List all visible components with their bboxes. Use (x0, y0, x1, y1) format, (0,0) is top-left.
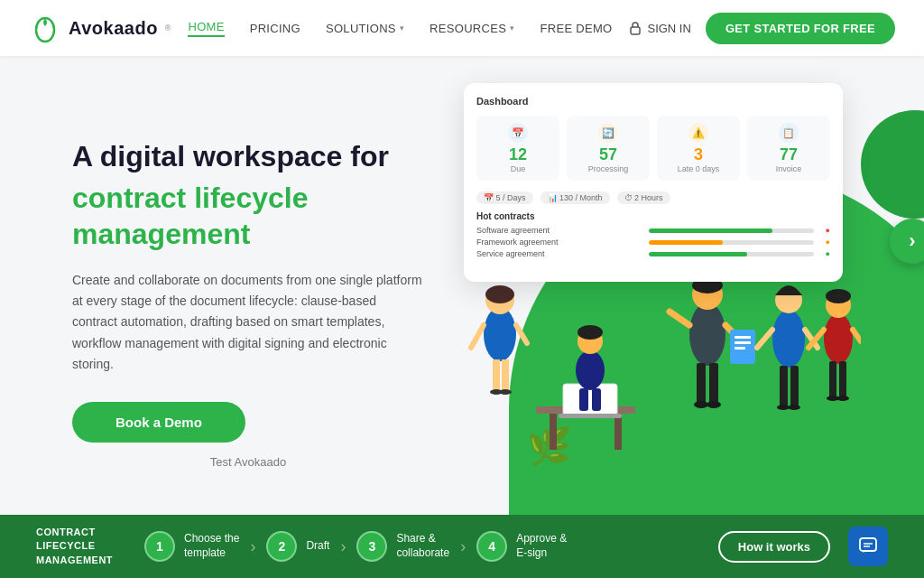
step-4: 4 Approve &E-sign (476, 531, 567, 562)
how-it-works-button[interactable]: How it works (718, 531, 830, 563)
svg-rect-20 (592, 388, 601, 411)
dashboard-title: Dashboard (476, 96, 830, 107)
svg-point-16 (576, 350, 605, 390)
tag-month: 📊 130 / Month (541, 191, 610, 204)
svg-rect-25 (709, 363, 718, 404)
logo[interactable]: Avokaado ® (29, 12, 171, 44)
step-2-text: Draft (306, 539, 329, 554)
book-demo-button[interactable]: Book a Demo (72, 402, 245, 443)
stat-due: 📅 12 Due (476, 116, 559, 181)
svg-rect-5 (493, 359, 500, 391)
step-4-text: Approve &E-sign (516, 532, 567, 560)
svg-point-4 (485, 285, 514, 303)
nav-actions: SIGN IN GET STARTED FOR FREE (629, 13, 895, 44)
contract-row-2: Framework agreement ● (476, 238, 830, 247)
svg-point-42 (824, 313, 853, 364)
svg-point-21 (689, 303, 725, 366)
svg-rect-36 (780, 366, 788, 406)
solutions-chevron: ▾ (400, 23, 404, 33)
get-started-button[interactable]: GET STARTED FOR FREE (706, 13, 895, 44)
nav-solutions[interactable]: SOLUTIONS ▾ (326, 22, 404, 35)
svg-rect-31 (735, 336, 751, 339)
people-svg (437, 244, 861, 515)
chat-button[interactable] (848, 527, 888, 566)
svg-rect-37 (790, 366, 799, 406)
svg-rect-45 (829, 361, 836, 397)
stat-invoice: 📋 77 Invoice (747, 116, 830, 181)
step-3-circle: 3 (356, 531, 387, 562)
svg-line-40 (757, 330, 772, 348)
svg-rect-13 (614, 414, 622, 450)
step-3: 3 Share &collaborate (356, 531, 449, 562)
brand-trademark: ® (165, 23, 171, 33)
tag-hours: ⏱ 2 Hours (617, 191, 670, 204)
svg-point-38 (777, 405, 790, 410)
svg-line-9 (471, 325, 484, 348)
hero-title-line2: contract lifecycle management (72, 180, 424, 252)
step-3-text: Share &collaborate (396, 532, 449, 560)
svg-rect-19 (579, 388, 588, 411)
logo-icon (29, 12, 61, 44)
step-arrow-3: › (460, 537, 466, 556)
svg-rect-15 (559, 414, 622, 418)
step-1: 1 Choose thetemplate (144, 531, 239, 562)
step-2-circle: 2 (266, 531, 297, 562)
sign-in-button[interactable]: SIGN IN (629, 21, 690, 35)
stat-invoice-num: 77 (780, 145, 798, 164)
hero-description: Create and collaborate on documents from… (72, 270, 424, 374)
stat-processing-num: 57 (599, 145, 617, 164)
nav-resources[interactable]: RESOURCES ▾ (430, 22, 514, 35)
contract-row-1: Software agreement ● (476, 226, 830, 235)
svg-point-27 (707, 401, 721, 408)
navbar: Avokaado ® HOME PRICING SOLUTIONS ▾ RESO… (0, 0, 924, 56)
blob-small (861, 110, 924, 219)
hero-title-line1: A digital workspace for (72, 138, 424, 174)
hero-left: A digital workspace for contract lifecyc… (72, 138, 424, 468)
step-2: 2 Draft (266, 531, 329, 562)
svg-line-50 (853, 330, 861, 341)
time-tags: 📅 5 / Days 📊 130 / Month ⏱ 2 Hours (476, 191, 830, 204)
chat-icon (858, 536, 878, 556)
brand-name: Avokaado (69, 18, 158, 39)
nav-free-demo[interactable]: FREE DEMO (540, 22, 612, 35)
lock-icon (629, 21, 642, 35)
nav-links: HOME PRICING SOLUTIONS ▾ RESOURCES ▾ FRE… (188, 20, 612, 37)
stat-late-icon: ⚠️ (688, 123, 708, 143)
tag-days: 📅 5 / Days (476, 191, 533, 204)
svg-point-48 (836, 396, 849, 401)
stat-invoice-icon: 📋 (779, 123, 799, 143)
svg-rect-51 (860, 538, 876, 551)
hero-section: A digital workspace for contract lifecyc… (0, 56, 924, 515)
stat-late: ⚠️ 3 Late 0 days (657, 116, 740, 181)
stat-processing-icon: 🔄 (598, 123, 618, 143)
steps-container: 1 Choose thetemplate › 2 Draft › 3 Share… (144, 531, 700, 562)
svg-point-39 (788, 405, 800, 410)
clm-label: CONTRACTLIFECYCLEMANAGEMENT (36, 526, 144, 567)
svg-point-44 (826, 289, 851, 303)
hero-right: Dashboard 📅 12 Due 🔄 57 Processing ⚠️ 3 … (437, 56, 924, 515)
step-4-circle: 4 (476, 531, 507, 562)
svg-rect-12 (550, 414, 557, 450)
step-arrow-2: › (340, 537, 346, 556)
svg-rect-6 (502, 359, 509, 391)
svg-point-26 (694, 401, 708, 408)
nav-pricing[interactable]: PRICING (250, 22, 300, 35)
svg-rect-1 (631, 27, 640, 34)
resources-chevron: ▾ (510, 23, 514, 33)
contract-row-3: Service agreement ● (476, 249, 830, 258)
svg-point-34 (772, 310, 805, 368)
svg-point-8 (499, 389, 512, 395)
stat-late-num: 3 (694, 145, 703, 164)
svg-point-18 (578, 325, 603, 340)
dashboard-stats: 📅 12 Due 🔄 57 Processing ⚠️ 3 Late 0 day… (476, 116, 830, 181)
svg-rect-32 (735, 341, 751, 344)
hot-contracts-label: Hot contracts (476, 211, 830, 221)
people-illustration (437, 244, 924, 515)
test-avokaado-link[interactable]: Test Avokaado (72, 455, 424, 469)
svg-rect-24 (697, 363, 706, 404)
stat-processing: 🔄 57 Processing (567, 116, 650, 181)
svg-line-28 (670, 312, 689, 325)
step-arrow-1: › (250, 537, 255, 556)
stat-due-icon: 📅 (508, 123, 528, 143)
nav-home[interactable]: HOME (188, 20, 224, 37)
